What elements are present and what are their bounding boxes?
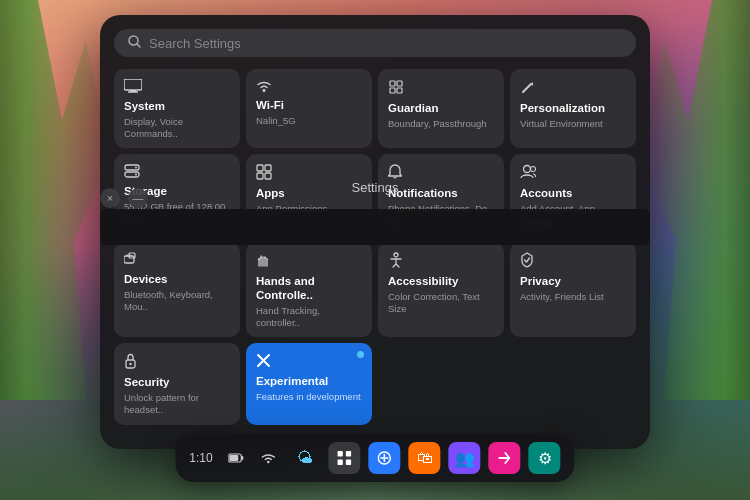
settings-item-privacy[interactable]: PrivacyActivity, Friends List — [510, 242, 636, 337]
devices-subtitle: Bluetooth, Keyboard, Mou.. — [124, 289, 230, 314]
svg-point-14 — [135, 174, 137, 176]
personalization-title: Personalization — [520, 102, 626, 116]
svg-rect-37 — [346, 460, 352, 466]
experimental-icon — [256, 353, 362, 371]
store-button[interactable]: 🛍 — [409, 442, 441, 474]
svg-rect-35 — [346, 451, 352, 457]
svg-rect-8 — [390, 88, 395, 93]
svg-rect-36 — [338, 460, 344, 466]
accessibility-subtitle: Color Correction, Text Size — [388, 291, 494, 316]
panel-bottom — [114, 425, 636, 433]
hands-icon — [256, 252, 362, 271]
settings-item-system[interactable]: SystemDisplay, Voice Commands.. — [114, 69, 240, 148]
settings-item-personalization[interactable]: PersonalizationVirtual Environment — [510, 69, 636, 148]
share-button[interactable] — [489, 442, 521, 474]
settings-gear-button[interactable]: ⚙ — [529, 442, 561, 474]
settings-item-guardian[interactable]: GuardianBoundary, Passthrough — [378, 69, 504, 148]
wifi-icon — [256, 79, 362, 95]
security-title: Security — [124, 376, 230, 390]
guardian-icon — [388, 79, 494, 98]
svg-rect-6 — [390, 81, 395, 86]
svg-point-24 — [129, 254, 131, 256]
taskbar: 1:10 🌤 🛍 👥 ⚙ — [175, 434, 574, 482]
svg-rect-17 — [257, 173, 263, 179]
settings-item-accessibility[interactable]: AccessibilityColor Correction, Text Size — [378, 242, 504, 337]
experimental-title: Experimental — [256, 375, 362, 389]
wifi-title: Wi-Fi — [256, 99, 362, 113]
security-icon — [124, 353, 230, 372]
search-bar[interactable]: Search Settings — [114, 29, 636, 57]
guardian-subtitle: Boundary, Passthrough — [388, 118, 494, 130]
svg-point-19 — [524, 166, 531, 173]
svg-rect-9 — [397, 88, 402, 93]
svg-point-25 — [394, 253, 398, 257]
svg-point-23 — [126, 254, 128, 256]
svg-rect-31 — [242, 456, 244, 460]
people-button[interactable]: 👥 — [449, 442, 481, 474]
system-icon — [124, 79, 230, 96]
personalization-icon — [520, 79, 626, 98]
window-title: Settings — [352, 180, 399, 195]
accessibility-title: Accessibility — [388, 275, 494, 289]
system-title: System — [124, 100, 230, 114]
experimental-subtitle: Features in development — [256, 391, 362, 403]
settings-item-security[interactable]: SecurityUnlock pattern for headset.. — [114, 343, 240, 424]
settings-grid: SystemDisplay, Voice Commands..Wi-FiNali… — [114, 69, 636, 425]
svg-rect-16 — [265, 165, 271, 171]
svg-point-33 — [267, 461, 269, 463]
privacy-icon — [520, 252, 626, 271]
guardian-title: Guardian — [388, 102, 494, 116]
wifi-subtitle: Nalin_5G — [256, 115, 362, 127]
accessibility-icon — [388, 252, 494, 271]
settings-item-experimental[interactable]: ExperimentalFeatures in development — [246, 343, 372, 424]
system-subtitle: Display, Voice Commands.. — [124, 116, 230, 141]
search-icon — [128, 35, 141, 51]
passthrough-button[interactable] — [369, 442, 401, 474]
svg-rect-34 — [338, 451, 344, 457]
wifi-icon — [257, 446, 281, 470]
hands-title: Hands and Controlle.. — [256, 275, 362, 303]
svg-rect-7 — [397, 81, 402, 86]
svg-point-20 — [531, 167, 536, 172]
svg-point-13 — [135, 167, 137, 169]
settings-item-wifi[interactable]: Wi-FiNalin_5G — [246, 69, 372, 148]
devices-title: Devices — [124, 273, 230, 287]
personalization-subtitle: Virtual Environment — [520, 118, 626, 130]
svg-rect-2 — [124, 79, 142, 90]
hands-subtitle: Hand Tracking, controller.. — [256, 305, 362, 330]
battery-icon — [225, 446, 249, 470]
settings-item-hands[interactable]: Hands and Controlle..Hand Tracking, cont… — [246, 242, 372, 337]
svg-line-10 — [523, 84, 531, 92]
taskbar-time: 1:10 — [189, 451, 212, 465]
svg-rect-32 — [230, 455, 239, 461]
notification-dot — [357, 351, 364, 358]
apps-grid-icon[interactable] — [329, 442, 361, 474]
svg-rect-15 — [257, 165, 263, 171]
search-placeholder: Search Settings — [149, 36, 241, 51]
privacy-title: Privacy — [520, 275, 626, 289]
svg-point-5 — [263, 89, 266, 92]
svg-line-1 — [137, 44, 140, 47]
devices-icon — [124, 252, 230, 269]
storage-icon — [124, 164, 230, 181]
weather-icon: 🌤 — [289, 442, 321, 474]
security-subtitle: Unlock pattern for headset.. — [124, 392, 230, 417]
address-bar — [100, 209, 650, 245]
settings-label-bar: Settings — [100, 180, 650, 195]
settings-item-devices[interactable]: DevicesBluetooth, Keyboard, Mou.. — [114, 242, 240, 337]
privacy-subtitle: Activity, Friends List — [520, 291, 626, 303]
svg-point-27 — [129, 363, 131, 365]
svg-rect-18 — [265, 173, 271, 179]
